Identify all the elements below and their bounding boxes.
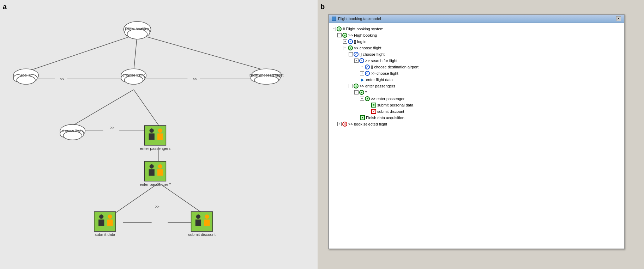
icon-root: ● (337, 26, 342, 31)
label-book-selected: >> book selected flight (348, 121, 387, 127)
svg-line-16 (159, 183, 205, 215)
icon-submit-personal: ■ (371, 103, 376, 108)
label-search-flight: >> search for flight (365, 58, 397, 63)
tree-row-choose-flight-1: − ● >> choose flight (332, 45, 621, 51)
tree-row-submit-discount: ✕ submit discount (332, 108, 621, 115)
svg-point-46 (150, 128, 154, 133)
svg-point-60 (108, 214, 112, 219)
svg-text:choose flight: choose flight (122, 73, 145, 77)
svg-point-52 (150, 164, 154, 169)
tree-row-search-flight: − ✓ >> search for flight (332, 57, 621, 64)
expand-enter-passengers[interactable]: − (349, 84, 353, 88)
svg-rect-55 (157, 169, 163, 176)
label-star: * (365, 90, 367, 95)
svg-text:submit discount: submit discount (188, 232, 216, 237)
tree-row-choose-flight-3: + ✓ >> choose flight (332, 70, 621, 77)
icon-enter-flight-data: ▶ (360, 77, 365, 82)
close-button[interactable]: ✕ (616, 16, 621, 21)
icon-login: ✓ (348, 39, 353, 44)
svg-line-0 (26, 34, 137, 72)
label-choose-flight-3: >> choose flight (371, 71, 398, 76)
expand-choose-flight-3[interactable]: + (360, 71, 364, 75)
label-login: [] log in (354, 39, 366, 44)
svg-text:enter passengers: enter passengers (140, 146, 171, 151)
icon-enter-passenger: ● (365, 96, 370, 101)
taskmodel-titlebar: Flight booking.taskmodel ✕ (329, 15, 624, 23)
svg-text:choose flight: choose flight (61, 128, 84, 133)
expand-choose-flight-2[interactable]: − (349, 52, 353, 56)
expand-root[interactable]: − (332, 27, 336, 31)
icon-finish-data: ■ (360, 115, 365, 120)
expand-search-flight[interactable]: − (354, 59, 359, 63)
node-login: log in (13, 69, 38, 84)
svg-rect-47 (149, 133, 155, 140)
expand-enter-passenger[interactable]: − (360, 97, 364, 101)
diagram-svg: >> >> >> >> Flight booking (0, 0, 318, 269)
node-enter-passenger: enter passenger * (140, 161, 171, 187)
svg-rect-61 (107, 220, 113, 226)
svg-rect-53 (149, 169, 155, 176)
panel-a: a >> >> >> >> (0, 0, 318, 269)
icon-search-flight: ✓ (359, 58, 364, 63)
svg-text:book choosen flight: book choosen flight (249, 73, 284, 77)
tree-row-enter-passengers: − ● >> enter passengers (332, 83, 621, 89)
icon-book-selected: ✕ (342, 122, 347, 127)
svg-line-10 (134, 90, 159, 126)
tree-row-fligh-booking: − ● >> Fligh booking (332, 32, 621, 38)
svg-line-15 (112, 183, 159, 215)
expand-book-selected[interactable]: + (337, 122, 342, 126)
taskmodel-content: − ● # Flight booking system − ● >> Fligh… (329, 23, 624, 249)
tree-row-enter-passenger: − ● >> enter passenger (332, 96, 621, 102)
svg-text:>>: >> (193, 77, 197, 81)
expand-choose-destination[interactable]: + (360, 65, 364, 69)
label-choose-flight-2: [] choose flight (360, 51, 385, 57)
svg-text:>>: >> (60, 77, 64, 81)
icon-choose-destination: ✓ (365, 65, 370, 69)
panel-b: b Flight booking.taskmodel ✕ − ● # Fligh… (318, 0, 644, 269)
label-finish-data: Finish data acquisition (366, 115, 404, 121)
node-choose-flight-bottom: choose flight (60, 124, 85, 140)
expand-login[interactable]: + (343, 39, 347, 44)
svg-point-48 (158, 128, 162, 133)
svg-text:>>: >> (110, 126, 115, 130)
taskmodel-title: Flight booking.taskmodel (332, 17, 381, 21)
label-enter-flight-data: enter flight data (366, 77, 393, 82)
svg-rect-49 (157, 133, 163, 140)
node-submit-data: submit data (94, 212, 116, 237)
label-choose-flight-1: >> choose flight (354, 45, 381, 51)
icon-submit-discount: ✕ (371, 109, 376, 114)
label-choose-destination: [] choose destination airport (371, 64, 419, 70)
tree-row-enter-flight-data: ▶ enter flight data (332, 77, 621, 83)
svg-point-66 (205, 214, 209, 219)
svg-text:>>: >> (155, 205, 160, 209)
svg-text:submit data: submit data (95, 232, 115, 237)
panel-b-label: b (320, 3, 325, 11)
icon-choose-flight-2: ✓ (354, 52, 359, 57)
tree-row-root: − ● # Flight booking system (332, 26, 621, 32)
svg-point-54 (158, 164, 162, 169)
tree-row-choose-flight-2: − ✓ [] choose flight (332, 51, 621, 57)
expand-star[interactable]: − (354, 90, 359, 94)
node-flight-booking: Flight booking (124, 22, 151, 39)
svg-line-9 (73, 90, 134, 126)
tree-row-submit-personal: ■ submit personal data (332, 102, 621, 108)
svg-text:enter passenger *: enter passenger * (140, 182, 171, 187)
tree-row-login: + ✓ [] log in (332, 38, 621, 45)
taskmodel-title-text: Flight booking.taskmodel (338, 17, 381, 21)
label-submit-discount: submit discount (377, 109, 404, 114)
icon-star: ● (359, 90, 364, 95)
expand-fligh-booking[interactable]: − (337, 33, 342, 37)
svg-point-58 (99, 214, 103, 219)
svg-rect-67 (204, 220, 210, 226)
expand-choose-flight-1[interactable]: − (343, 46, 347, 50)
svg-line-2 (137, 34, 270, 72)
icon-enter-passengers: ● (354, 84, 359, 88)
label-submit-personal: submit personal data (377, 102, 413, 108)
svg-text:Flight booking: Flight booking (125, 27, 150, 31)
node-choose-flight-top: choose flight (121, 69, 146, 84)
svg-rect-59 (98, 220, 104, 226)
svg-rect-65 (195, 220, 201, 226)
svg-point-64 (196, 214, 200, 219)
icon-fligh-booking: ● (342, 33, 347, 38)
icon-choose-flight-3: ✓ (365, 71, 370, 76)
